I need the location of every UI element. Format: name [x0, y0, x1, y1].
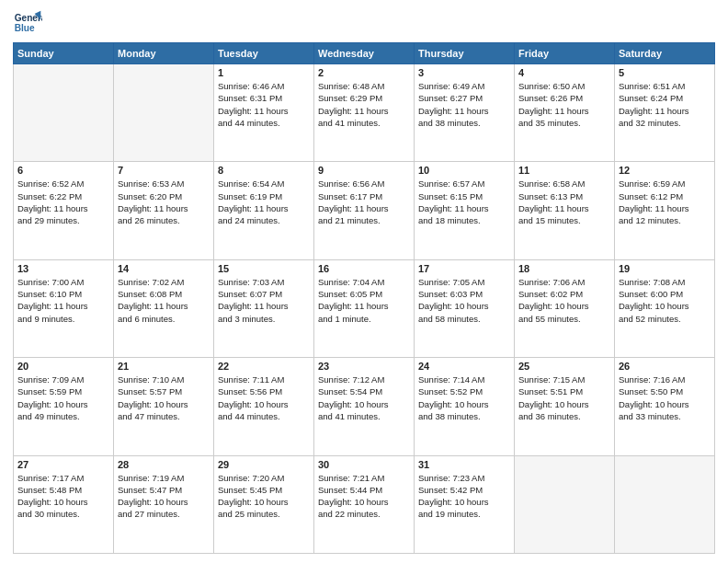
- calendar-cell: 1Sunrise: 6:46 AMSunset: 6:31 PMDaylight…: [214, 64, 314, 162]
- calendar-cell: 6Sunrise: 6:52 AMSunset: 6:22 PMDaylight…: [14, 162, 114, 259]
- cell-line: Daylight: 11 hours: [218, 300, 310, 312]
- calendar-cell: 16Sunrise: 7:04 AMSunset: 6:05 PMDayligh…: [314, 259, 415, 357]
- logo: General Blue: [13, 9, 42, 39]
- day-number: 23: [318, 361, 410, 372]
- cell-line: Sunrise: 7:03 AM: [218, 276, 310, 288]
- cell-line: Daylight: 10 hours: [318, 496, 410, 508]
- cell-line: Sunrise: 7:15 AM: [518, 373, 610, 385]
- day-number: 8: [218, 165, 310, 176]
- cell-line: Sunrise: 7:19 AM: [118, 472, 210, 484]
- cell-line: Sunrise: 7:08 AM: [619, 276, 711, 288]
- cell-line: and 15 minutes.: [518, 214, 610, 226]
- logo-icon: General Blue: [13, 9, 42, 39]
- cell-line: and 6 minutes.: [118, 313, 210, 325]
- cell-line: Sunrise: 6:51 AM: [619, 80, 711, 92]
- cell-line: and 44 minutes.: [218, 117, 310, 129]
- day-number: 10: [418, 165, 510, 176]
- day-number: 28: [118, 459, 210, 470]
- cell-line: Sunset: 6:24 PM: [619, 92, 711, 104]
- day-number: 4: [518, 67, 610, 78]
- cell-line: and 1 minute.: [318, 313, 410, 325]
- cell-line: and 27 minutes.: [118, 508, 210, 520]
- cell-line: Daylight: 10 hours: [17, 496, 109, 508]
- day-number: 30: [318, 459, 410, 470]
- calendar-cell: 15Sunrise: 7:03 AMSunset: 6:07 PMDayligh…: [214, 259, 314, 357]
- calendar-cell: [515, 455, 615, 553]
- day-number: 1: [218, 67, 310, 78]
- day-number: 11: [518, 165, 610, 176]
- day-header-saturday: Saturday: [615, 43, 715, 64]
- cell-line: and 22 minutes.: [318, 508, 410, 520]
- cell-line: Sunrise: 6:53 AM: [118, 178, 210, 190]
- calendar-table: SundayMondayTuesdayWednesdayThursdayFrid…: [13, 42, 715, 554]
- cell-line: Daylight: 10 hours: [418, 496, 510, 508]
- calendar-cell: 26Sunrise: 7:16 AMSunset: 5:50 PMDayligh…: [615, 358, 715, 455]
- day-number: 26: [619, 361, 711, 372]
- day-header-thursday: Thursday: [415, 43, 515, 64]
- day-number: 16: [318, 263, 410, 274]
- cell-line: Daylight: 10 hours: [418, 398, 510, 410]
- cell-line: Daylight: 11 hours: [418, 105, 510, 117]
- cell-line: and 44 minutes.: [218, 410, 310, 422]
- cell-line: Sunset: 6:26 PM: [518, 92, 610, 104]
- day-number: 15: [218, 263, 310, 274]
- cell-line: Sunrise: 6:56 AM: [318, 178, 410, 190]
- cell-line: Sunset: 6:08 PM: [118, 288, 210, 300]
- svg-text:Blue: Blue: [15, 23, 35, 33]
- cell-line: Daylight: 10 hours: [218, 398, 310, 410]
- cell-line: Daylight: 11 hours: [218, 105, 310, 117]
- days-header-row: SundayMondayTuesdayWednesdayThursdayFrid…: [14, 43, 715, 64]
- cell-line: Sunset: 5:52 PM: [418, 385, 510, 397]
- day-number: 22: [218, 361, 310, 372]
- calendar-cell: 9Sunrise: 6:56 AMSunset: 6:17 PMDaylight…: [314, 162, 415, 259]
- page: General Blue SundayMondayTuesdayWednesda…: [0, 0, 728, 563]
- cell-line: Sunrise: 6:48 AM: [318, 80, 410, 92]
- cell-line: and 41 minutes.: [318, 117, 410, 129]
- calendar-cell: 22Sunrise: 7:11 AMSunset: 5:56 PMDayligh…: [214, 358, 314, 455]
- cell-line: Sunrise: 7:16 AM: [619, 373, 711, 385]
- cell-line: Daylight: 11 hours: [619, 202, 711, 214]
- cell-line: Sunset: 5:47 PM: [118, 484, 210, 496]
- cell-line: and 3 minutes.: [218, 313, 310, 325]
- cell-line: Sunset: 5:44 PM: [318, 484, 410, 496]
- calendar-cell: 20Sunrise: 7:09 AMSunset: 5:59 PMDayligh…: [14, 358, 114, 455]
- cell-line: Daylight: 11 hours: [318, 300, 410, 312]
- cell-line: Daylight: 10 hours: [17, 398, 109, 410]
- day-number: 17: [418, 263, 510, 274]
- cell-line: and 32 minutes.: [619, 117, 711, 129]
- cell-line: and 41 minutes.: [318, 410, 410, 422]
- cell-line: and 26 minutes.: [118, 214, 210, 226]
- cell-line: Sunrise: 7:04 AM: [318, 276, 410, 288]
- calendar-cell: 27Sunrise: 7:17 AMSunset: 5:48 PMDayligh…: [14, 455, 114, 553]
- cell-line: Sunset: 6:00 PM: [619, 288, 711, 300]
- cell-line: and 9 minutes.: [17, 313, 109, 325]
- cell-line: Daylight: 11 hours: [518, 202, 610, 214]
- calendar-cell: 21Sunrise: 7:10 AMSunset: 5:57 PMDayligh…: [114, 358, 214, 455]
- cell-line: and 29 minutes.: [17, 214, 109, 226]
- cell-line: Sunrise: 6:57 AM: [418, 178, 510, 190]
- day-number: 12: [619, 165, 711, 176]
- cell-line: Sunrise: 6:52 AM: [17, 178, 109, 190]
- cell-line: Sunset: 6:05 PM: [318, 288, 410, 300]
- calendar-cell: 23Sunrise: 7:12 AMSunset: 5:54 PMDayligh…: [314, 358, 415, 455]
- calendar-cell: 28Sunrise: 7:19 AMSunset: 5:47 PMDayligh…: [114, 455, 214, 553]
- cell-line: Sunset: 5:54 PM: [318, 385, 410, 397]
- calendar-cell: 7Sunrise: 6:53 AMSunset: 6:20 PMDaylight…: [114, 162, 214, 259]
- cell-line: Sunrise: 6:58 AM: [518, 178, 610, 190]
- cell-line: Sunrise: 7:02 AM: [118, 276, 210, 288]
- cell-line: Sunset: 6:22 PM: [17, 190, 109, 202]
- cell-line: Sunset: 5:45 PM: [218, 484, 310, 496]
- cell-line: and 12 minutes.: [619, 214, 711, 226]
- day-number: 9: [318, 165, 410, 176]
- cell-line: Sunrise: 7:12 AM: [318, 373, 410, 385]
- cell-line: Sunrise: 6:54 AM: [218, 178, 310, 190]
- cell-line: Sunrise: 6:50 AM: [518, 80, 610, 92]
- cell-line: and 52 minutes.: [619, 313, 711, 325]
- day-header-tuesday: Tuesday: [214, 43, 314, 64]
- calendar-cell: 10Sunrise: 6:57 AMSunset: 6:15 PMDayligh…: [415, 162, 515, 259]
- cell-line: Daylight: 10 hours: [418, 300, 510, 312]
- cell-line: Sunset: 6:02 PM: [518, 288, 610, 300]
- cell-line: Daylight: 10 hours: [218, 496, 310, 508]
- calendar-cell: 13Sunrise: 7:00 AMSunset: 6:10 PMDayligh…: [14, 259, 114, 357]
- cell-line: Sunset: 5:51 PM: [518, 385, 610, 397]
